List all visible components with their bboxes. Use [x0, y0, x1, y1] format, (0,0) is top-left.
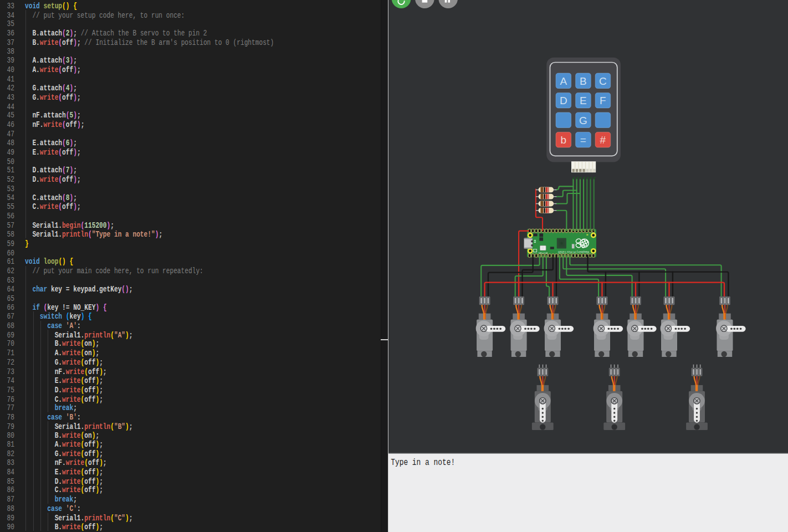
svg-text:A: A — [560, 75, 567, 87]
svg-text:F: F — [600, 95, 606, 106]
svg-text:Raspberry Pi Pico ©2020: Raspberry Pi Pico ©2020 — [558, 250, 589, 254]
svg-text:=: = — [580, 134, 586, 146]
svg-text:BOOTSEL: BOOTSEL — [538, 252, 547, 254]
svg-text:E: E — [580, 95, 587, 106]
svg-text:b: b — [561, 134, 567, 146]
svg-text:B: B — [580, 75, 587, 87]
svg-text:Type in a note!: Type in a note! — [391, 457, 455, 467]
svg-text:C: C — [599, 75, 607, 87]
svg-text:G: G — [579, 115, 587, 126]
svg-text:#: # — [600, 134, 606, 146]
svg-text:D: D — [560, 95, 567, 106]
